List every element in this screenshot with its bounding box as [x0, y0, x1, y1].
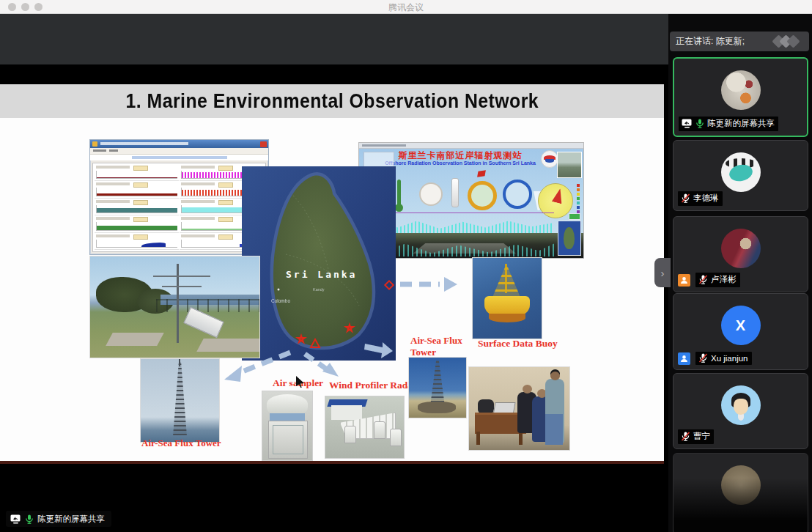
chevron-right-icon: ›: [661, 267, 665, 279]
share-top-band: [0, 13, 668, 64]
air-sampler-photo: [262, 391, 313, 461]
screen-share-icon: [682, 119, 693, 128]
mic-on-icon: [25, 514, 34, 524]
participant-tile-bottom-clipped[interactable]: [673, 453, 808, 532]
participant-name-label: 曹宁: [678, 429, 714, 444]
participant-name-label: 陈更新的屏幕共享: [679, 117, 778, 131]
avatar: [721, 152, 761, 192]
participants-sidebar: 正在讲话: 陈更新;: [668, 13, 812, 532]
monitor-close-icon: [260, 141, 267, 147]
wind-profiler-radar-photo: [325, 396, 405, 459]
avatar: [721, 229, 761, 268]
sri-lanka-minimap: [558, 221, 581, 256]
cylinder-gauge: [451, 178, 459, 207]
dashboard-logo-icon: [541, 150, 558, 168]
weather-station-photo: [89, 256, 260, 358]
screen-share-video[interactable]: 1. Marine Environmental Observation Netw…: [0, 13, 668, 532]
offshore-tower-photo: [408, 357, 467, 418]
label-air-sea-flux-tower-bottom: Air-Sea Flux Tower: [141, 437, 221, 449]
label-surface-data-buoy: Surface Data Buoy: [478, 338, 558, 350]
monitor-chart-grid: [92, 163, 266, 252]
participant-tile-chengengxin[interactable]: 陈更新的屏幕共享: [673, 57, 808, 137]
participant-name-label: 卢泽彬: [695, 273, 740, 287]
screen-share-icon: [10, 514, 21, 524]
mic-muted-icon: [698, 275, 708, 284]
wind-rose-legend: [577, 184, 580, 213]
ring-gauge: [468, 181, 497, 210]
mic-muted-icon: [698, 353, 708, 363]
mic-on-icon: [695, 119, 704, 128]
slide-title: 1. Marine Environmental Observation Netw…: [125, 90, 539, 113]
sidebar-expand-tab[interactable]: ›: [654, 258, 671, 287]
avatar: [721, 70, 761, 110]
sri-lanka-map: Sri Lanka Colombo Kandy: [242, 166, 396, 361]
avatar-letter: X: [736, 317, 745, 334]
tencent-meeting-logo-icon: [772, 35, 802, 48]
active-speaker-text: 正在讲话: 陈更新;: [676, 35, 745, 48]
window-title: 腾讯会议: [0, 1, 812, 14]
presentation-slide: 1. Marine Environmental Observation Netw…: [0, 64, 664, 464]
active-speaker-banner: 正在讲话: 陈更新;: [670, 32, 809, 51]
mic-muted-icon: [681, 432, 690, 441]
slide-body: 斯里兰卡南部近岸辐射观测站 Offshore Radiation Observa…: [0, 118, 664, 464]
researchers-photo: [468, 366, 570, 451]
slide-title-banner: 1. Marine Environmental Observation Netw…: [0, 84, 664, 118]
compass-gauge: [419, 182, 443, 206]
label-air-sea-flux-tower-mid: Air-Sea Flux Tower: [410, 335, 472, 359]
clock-gauge: [503, 180, 532, 209]
dashboard-inset-photo: [557, 152, 582, 178]
label-wind-profiler-radar: Wind Profiler Radar: [329, 380, 417, 391]
tencent-meeting-window: 腾讯会议 1. Marine Environmental Observation…: [0, 0, 812, 532]
screen-share-status-pill: 陈更新的屏幕共享: [6, 511, 111, 527]
flux-tower-photo: [140, 358, 220, 443]
member-badge-icon: [678, 352, 690, 365]
mic-muted-icon: [681, 193, 690, 203]
participant-name-label: 李德琳: [678, 191, 723, 206]
surface-buoy-photo: [472, 257, 542, 339]
participant-name-label: Xu jianjun: [695, 352, 752, 365]
avatar: X: [721, 306, 761, 345]
participant-tile-luzebin[interactable]: 卢泽彬: [673, 216, 808, 292]
thermometer-gauge: [397, 180, 401, 206]
participant-tile-xujianjun[interactable]: X Xu jianjun: [673, 293, 808, 370]
monitor-app-icon: [92, 141, 97, 147]
macos-titlebar: 腾讯会议: [0, 0, 812, 14]
map-city-kandy: Kandy: [313, 287, 325, 292]
monitor-window-titlebar: [90, 140, 268, 148]
participant-tile-caoning[interactable]: 曹宁: [673, 373, 808, 449]
share-pill-text: 陈更新的屏幕共享: [37, 514, 105, 525]
map-city-colombo: Colombo: [271, 298, 290, 303]
avatar: [721, 385, 761, 425]
map-country-label: Sri Lanka: [286, 269, 357, 280]
participant-tile-lidelin[interactable]: 李德琳: [673, 140, 808, 211]
member-badge-icon: [678, 274, 690, 287]
alert-icon: [477, 170, 486, 177]
